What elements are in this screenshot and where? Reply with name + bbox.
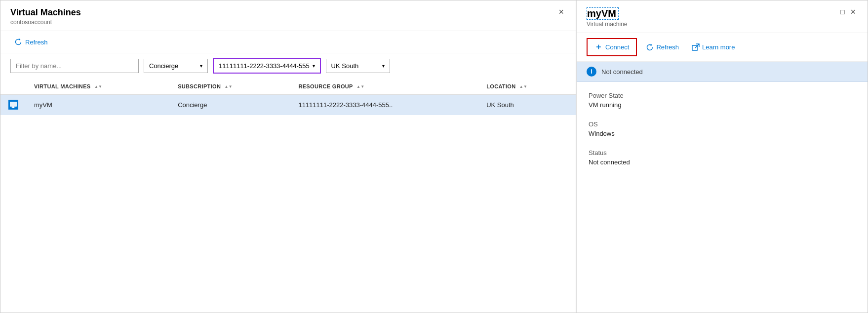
plus-icon: ＋ — [594, 42, 602, 52]
os-value: Windows — [589, 130, 856, 137]
refresh-label: Refresh — [25, 39, 48, 46]
location-dropdown[interactable]: UK South ▾ — [326, 59, 390, 73]
vm-icon — [8, 100, 18, 110]
right-panel-close-button[interactable]: × — [848, 7, 858, 16]
external-link-icon — [692, 43, 700, 51]
power-state-label: Power State — [589, 92, 856, 99]
right-toolbar: ＋ Connect Refresh Learn more — [577, 33, 868, 62]
status-value: Not connected — [589, 158, 856, 166]
col-resource-group: RESOURCE GROUP ▲▼ — [290, 78, 478, 95]
info-banner: i Not connected — [577, 62, 868, 82]
maximize-button[interactable]: □ — [838, 8, 846, 16]
os-group: OS Windows — [589, 120, 856, 137]
right-refresh-icon — [646, 43, 654, 51]
resource-group-chevron-icon: ▾ — [313, 63, 315, 69]
panel-header: Virtual Machines contosoaccount × — [0, 0, 576, 31]
left-panel-close-button[interactable]: × — [556, 7, 566, 16]
info-icon: i — [587, 67, 596, 77]
subscription-chevron-icon: ▾ — [200, 63, 202, 69]
subscription-label: Concierge — [149, 62, 178, 70]
resource-group-label: 11111111-2222-3333-4444-555 — [219, 62, 310, 70]
os-label: OS — [589, 120, 856, 128]
refresh-button[interactable]: Refresh — [10, 36, 52, 48]
location-label: UK South — [331, 62, 359, 70]
status-label: Status — [589, 149, 856, 156]
subscription-sort-icon[interactable]: ▲▼ — [225, 85, 233, 89]
panel-subtitle: contosoaccount — [10, 19, 81, 26]
row-vm-name[interactable]: myVM — [26, 95, 170, 116]
info-banner-text: Not connected — [601, 68, 643, 76]
resource-group-sort-icon[interactable]: ▲▼ — [356, 85, 365, 89]
vm-name-sort-icon[interactable]: ▲▼ — [94, 85, 103, 89]
subscription-dropdown[interactable]: Concierge ▾ — [144, 59, 208, 73]
status-group: Status Not connected — [589, 149, 856, 166]
right-title-group: myVM Virtual machine — [587, 7, 628, 28]
connect-label: Connect — [605, 43, 629, 51]
right-panel: myVM Virtual machine □ × ＋ Connect Refre… — [576, 0, 868, 313]
learn-more-button[interactable]: Learn more — [688, 41, 739, 53]
col-vm-name: VIRTUAL MACHINES ▲▼ — [26, 78, 170, 95]
row-subscription: Concierge — [170, 95, 290, 116]
details-area: Power State VM running OS Windows Status… — [577, 82, 868, 313]
power-state-value: VM running — [589, 101, 856, 109]
table-row[interactable]: myVM Concierge 11111111-2222-3333-4444-5… — [0, 95, 576, 116]
row-location: UK South — [478, 95, 576, 116]
vm-svg-icon — [9, 101, 17, 109]
filter-by-name-input[interactable] — [10, 59, 139, 73]
col-location: LOCATION ▲▼ — [478, 78, 576, 95]
svg-rect-1 — [12, 107, 14, 108]
left-toolbar: Refresh — [0, 31, 576, 53]
resource-group-dropdown[interactable]: 11111111-2222-3333-4444-555 ▾ — [213, 58, 321, 74]
right-refresh-button[interactable]: Refresh — [642, 41, 683, 53]
left-panel: Virtual Machines contosoaccount × Refres… — [0, 0, 576, 313]
row-resource-group: 11111111-2222-3333-4444-555.. — [290, 95, 478, 116]
svg-rect-0 — [10, 102, 17, 107]
power-state-group: Power State VM running — [589, 92, 856, 109]
location-chevron-icon: ▾ — [382, 63, 385, 69]
col-subscription: SUBSCRIPTION ▲▼ — [170, 78, 290, 95]
vm-table: VIRTUAL MACHINES ▲▼ SUBSCRIPTION ▲▼ RESO… — [0, 78, 576, 115]
svg-line-4 — [695, 44, 699, 48]
learn-more-label: Learn more — [702, 43, 735, 51]
connect-button[interactable]: ＋ Connect — [587, 38, 637, 56]
right-header-actions: □ × — [838, 7, 858, 16]
location-sort-icon[interactable]: ▲▼ — [519, 85, 528, 89]
col-icon — [0, 78, 26, 95]
filters-bar: Concierge ▾ 11111111-2222-3333-4444-555 … — [0, 53, 576, 78]
right-panel-subtitle: Virtual machine — [587, 21, 628, 28]
vm-table-area: VIRTUAL MACHINES ▲▼ SUBSCRIPTION ▲▼ RESO… — [0, 78, 576, 313]
title-group: Virtual Machines contosoaccount — [10, 7, 81, 26]
right-refresh-label: Refresh — [656, 43, 679, 51]
refresh-icon — [14, 38, 22, 46]
panel-title: Virtual Machines — [10, 7, 81, 18]
svg-rect-2 — [11, 108, 15, 108]
right-panel-header: myVM Virtual machine □ × — [577, 0, 868, 33]
row-icon-cell — [0, 95, 26, 116]
right-panel-title: myVM — [587, 8, 616, 19]
